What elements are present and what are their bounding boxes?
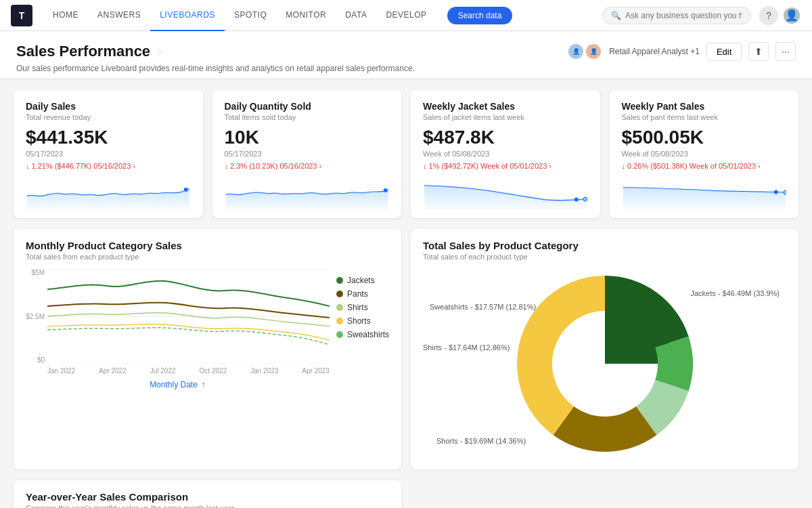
bottom-row: Year-over-Year Sales Comparison Compare … [14, 480, 798, 508]
help-button[interactable]: ? [759, 6, 778, 25]
kpi-sparkline [225, 175, 390, 209]
kpi-value: $500.05K [622, 127, 787, 148]
chart-title: Monthly Product Category Sales [26, 240, 389, 251]
svg-point-4 [773, 190, 777, 194]
label-shirts: Shirts - $17.64M (12.86%) [423, 343, 510, 352]
monthly-product-chart: Monthly Product Category Sales Total sal… [14, 229, 401, 469]
search-input[interactable] [625, 11, 742, 20]
legend-dot-sweatshirts [336, 331, 343, 338]
donut-chart-wrap: Jackets - $46.49M (33.9%) Sweatshirts - … [423, 269, 786, 459]
legend-dot-jackets [336, 277, 343, 284]
svg-point-1 [383, 188, 387, 192]
donut-svg-proper [517, 276, 693, 452]
app-logo[interactable]: T [11, 5, 32, 26]
svg-point-2 [574, 198, 579, 202]
legend-label-jackets: Jackets [347, 276, 375, 285]
y-label-5m: $5M [26, 269, 45, 276]
kpi-subtitle: Total items sold today [225, 113, 390, 121]
nav-data[interactable]: DATA [336, 0, 376, 31]
search-data-button[interactable]: Search data [447, 7, 513, 24]
favorite-icon[interactable]: ☆ [156, 47, 164, 57]
chart-subtitle: Total sales from each product type [26, 253, 389, 261]
kpi-value: 10K [225, 127, 390, 148]
charts-row: Monthly Product Category Sales Total sal… [14, 229, 798, 469]
kpi-date: Week of 05/08/2023 [423, 150, 588, 158]
page-actions: 👤 👤 Retail Apparel Analyst +1 Edit ⬆ ··· [567, 42, 796, 61]
kpi-subtitle: Sales of pant items last week [622, 113, 787, 121]
collaborator-label: Retail Apparel Analyst +1 [609, 47, 700, 56]
chart-subtitle: Total sales of each product type [423, 253, 786, 261]
svg-point-0 [184, 188, 188, 192]
legend-shorts: Shorts [336, 316, 389, 326]
x-label-jan23: Jan 2023 [250, 367, 278, 375]
kpi-change: ↓ 1.21% ($446.77K) 05/16/2023 › [26, 162, 191, 170]
chart-title: Year-over-Year Sales Comparison [26, 491, 389, 503]
kpi-date: Week of 05/08/2023 [622, 150, 787, 158]
kpi-title: Daily Sales [26, 101, 191, 112]
legend-jackets: Jackets [336, 276, 389, 285]
more-options-button[interactable]: ··· [775, 42, 796, 61]
x-label-jul22: Jul 2022 [150, 367, 176, 375]
nav-right: 🔍 ? 👤 [602, 6, 801, 25]
legend-sweatshirts: Sweatshirts [336, 330, 389, 339]
y-label-2_5m: $2.5M [26, 313, 45, 320]
line-chart-area: $5M $2.5M $0 [26, 269, 330, 389]
legend-label-sweatshirts: Sweatshirts [347, 330, 389, 339]
kpi-change: ↓ 2.3% (10.23K) 05/16/2023 › [225, 162, 390, 170]
nav-monitor[interactable]: MONITOR [276, 0, 336, 31]
user-avatar[interactable]: 👤 [782, 6, 801, 25]
x-label-apr22: Apr 2022 [99, 367, 127, 375]
edit-button[interactable]: Edit [706, 43, 742, 61]
kpi-change: ↓ 1% ($492.72K) Week of 05/01/2023 › [423, 162, 588, 170]
empty-right [411, 480, 798, 508]
top-nav: T HOME ANSWERS LIVEBOARDS SPOTIQ MONITOR… [0, 0, 812, 31]
nav-home[interactable]: HOME [43, 0, 88, 31]
nav-develop[interactable]: DEVELOP [376, 0, 436, 31]
kpi-sparkline [423, 175, 588, 209]
page-title: Sales Performance [16, 43, 150, 60]
kpi-sparkline [622, 175, 787, 209]
share-button[interactable]: ⬆ [748, 42, 769, 61]
kpi-title: Daily Quantity Sold [225, 101, 390, 112]
chart-subtitle: Compare this year's monthly sales vs the… [26, 504, 389, 508]
kpi-change: ↓ 0.26% ($501.38K) Week of 05/01/2023 › [622, 162, 787, 170]
kpi-value: $487.8K [423, 127, 588, 148]
kpi-weekly-pant: Weekly Pant Sales Sales of pant items la… [610, 90, 799, 218]
legend-label-shorts: Shorts [347, 316, 371, 326]
x-label-apr23: Apr 2023 [302, 367, 330, 375]
x-label-jan22: Jan 2022 [47, 367, 75, 375]
total-sales-category-chart: Total Sales by Product Category Total sa… [411, 229, 798, 469]
avatar-1: 👤 [567, 43, 585, 60]
chart-title: Total Sales by Product Category [423, 240, 786, 251]
sort-label[interactable]: Monthly Date [150, 380, 198, 389]
legend-label-pants: Pants [347, 289, 368, 299]
legend-shirts: Shirts [336, 303, 389, 312]
avatar-2: 👤 [585, 43, 602, 60]
kpi-title: Weekly Jacket Sales [423, 101, 588, 112]
legend-label-shirts: Shirts [347, 303, 368, 312]
nav-answers[interactable]: ANSWERS [88, 0, 150, 31]
nav-liveboards[interactable]: LIVEBOARDS [150, 0, 225, 31]
y-label-0: $0 [26, 356, 45, 364]
kpi-subtitle: Sales of jacket items last week [423, 113, 588, 121]
label-shorts: Shorts - $19.69M (14.36%) [436, 437, 526, 445]
legend-dot-shorts [336, 318, 343, 324]
nav-links: HOME ANSWERS LIVEBOARDS SPOTIQ MONITOR D… [43, 0, 436, 31]
nav-spotiq[interactable]: SPOTIQ [225, 0, 276, 31]
svg-point-3 [583, 197, 587, 201]
global-search[interactable]: 🔍 [602, 7, 751, 24]
page-subtitle: Our sales performance Liveboard provides… [16, 64, 796, 73]
yoy-chart: Year-over-Year Sales Comparison Compare … [14, 480, 401, 508]
kpi-date: 05/17/2023 [26, 150, 191, 158]
svg-point-5 [783, 190, 786, 194]
label-jackets: Jackets - $46.49M (33.9%) [691, 289, 780, 297]
x-label-oct22: Oct 2022 [200, 367, 227, 375]
kpi-subtitle: Total revenue today [26, 113, 191, 121]
label-sweatshirts: Sweatshirts - $17.57M (12.81%) [430, 303, 536, 311]
kpi-row: Daily Sales Total revenue today $441.35K… [14, 90, 798, 218]
kpi-title: Weekly Pant Sales [622, 101, 787, 112]
sort-direction-icon[interactable]: ↑ [202, 380, 206, 389]
line-chart-svg [47, 269, 330, 364]
kpi-date: 05/17/2023 [225, 150, 390, 158]
line-chart-wrap: $5M $2.5M $0 [26, 269, 389, 389]
